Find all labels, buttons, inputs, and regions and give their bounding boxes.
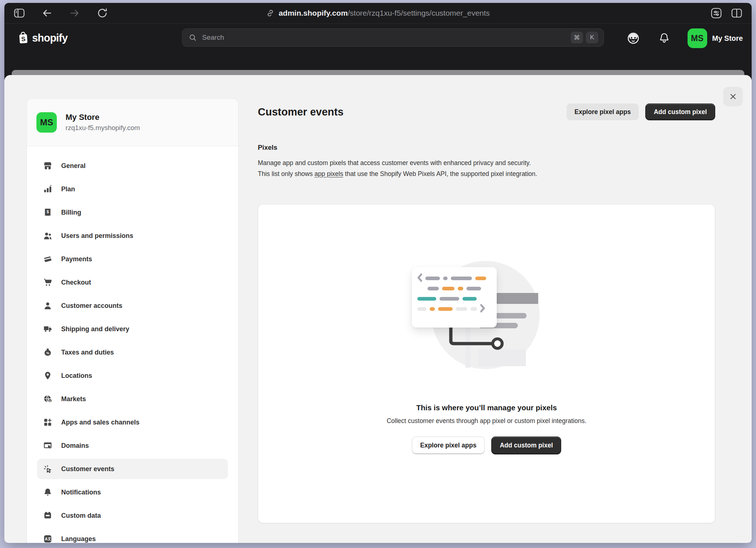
translate-icon: A [43,534,52,543]
sidebar-toggle-icon[interactable] [14,8,25,19]
sidebar-item-label: Custom data [61,512,101,520]
payments-icon [43,254,52,264]
sidebar-item-label: Plan [61,185,75,193]
person-icon [43,301,52,310]
shopify-wordmark: shopify [32,32,68,44]
store-avatar: MS [688,28,707,48]
url-path: /store/rzq1xu-f5/settings/customer_event… [348,9,490,17]
store-card: MS My Store rzq1xu-f5.myshopify.com [27,99,238,146]
settings-modal: MS My Store rzq1xu-f5.myshopify.com Gene… [4,75,752,543]
sidebar-item-locations[interactable]: Locations [37,365,228,386]
page-title: Customer events [258,106,343,118]
reload-icon[interactable] [97,8,108,19]
sidebar-item-billing[interactable]: $Billing [37,202,228,223]
billing-icon: $ [43,208,52,217]
sidebar-item-shipping-and-delivery[interactable]: Shipping and delivery [37,319,228,339]
empty-state-title: This is where you’ll manage your pixels [416,403,557,412]
search-input[interactable]: Search ⌘ K [182,28,604,47]
search-icon [188,33,197,42]
sidebar-item-apps-and-sales-channels[interactable]: Apps and sales channels [37,412,228,432]
svg-text:$: $ [49,400,51,403]
add-custom-pixel-button[interactable]: Add custom pixel [645,103,715,120]
sidebar-item-customer-events[interactable]: Customer events [37,459,228,479]
app-pixels-link[interactable]: app pixels [315,170,343,177]
url-host: admin.shopify.com [279,9,348,17]
sidebar-item-label: Customer events [61,465,114,473]
chevron-left-icon [417,273,422,282]
sidebar-item-label: Billing [61,209,81,216]
sidebar-item-label: Customer accounts [61,302,122,310]
close-icon [728,92,738,101]
sidebar-item-domains[interactable]: Domains [37,435,228,456]
sidebar-item-label: Markets [61,395,86,403]
sidebar-item-label: Locations [61,372,92,380]
truck-icon [43,324,52,334]
sidekick-assistant-icon[interactable] [626,31,641,46]
search-shortcut: ⌘ K [571,32,598,43]
search-placeholder: Search [202,34,566,42]
domains-icon [43,441,52,450]
pixels-illustration [410,258,563,379]
sidebar-item-markets[interactable]: $Markets [37,389,228,409]
store-card-domain: rzq1xu-f5.myshopify.com [66,124,140,132]
pixels-empty-card: This is where you’ll manage your pixels … [258,204,715,523]
shopify-bag-icon: S [17,31,29,44]
description-line2-post: that use the Shopify Web Pixels API, the… [343,170,537,177]
store-menu[interactable]: MS My Store [688,28,743,48]
svg-text:%: % [46,351,49,355]
sidebar-item-label: Checkout [61,279,91,286]
notifications-bell-icon[interactable] [657,31,672,46]
settings-nav: GeneralPlan$BillingUsers and permissions… [27,146,238,543]
add-custom-pixel-button-empty[interactable]: Add custom pixel [491,437,561,454]
sidebar-item-label: Notifications [61,489,101,496]
shopify-admin-header: S shopify Search ⌘ K [4,24,752,70]
settings-sidebar: MS My Store rzq1xu-f5.myshopify.com Gene… [27,98,239,543]
sidebar-item-payments[interactable]: Payments [37,249,228,269]
back-icon[interactable] [42,8,52,19]
pixels-section-title: Pixels [258,144,715,152]
page-settings-icon[interactable] [711,8,722,19]
sidebar-item-languages[interactable]: ALanguages [37,529,228,543]
close-button[interactable] [723,87,743,106]
pixels-description: Manage app and custom pixels that access… [258,157,715,179]
browser-toolbar: admin.shopify.com/store/rzq1xu-f5/settin… [4,3,752,24]
sidebar-item-label: Users and permissions [61,232,133,240]
sidebar-item-general[interactable]: General [37,156,228,176]
k-key: K [586,32,598,43]
money-bag-icon: % [43,348,52,357]
cmd-key: ⌘ [571,32,583,43]
sidebar-item-custom-data[interactable]: Custom data [37,505,228,526]
sidebar-item-taxes-and-duties[interactable]: %Taxes and duties [37,342,228,363]
users-icon [43,231,52,240]
explore-pixel-apps-button[interactable]: Explore pixel apps [567,103,639,120]
description-line1: Manage app and custom pixels that access… [258,159,531,167]
sidebar-item-customer-accounts[interactable]: Customer accounts [37,295,228,316]
empty-state-subtext: Collect customer events through app pixe… [387,417,587,425]
store-name-label: My Store [712,34,743,43]
sidebar-item-plan[interactable]: Plan [37,179,228,199]
sidebar-item-notifications[interactable]: Notifications [37,482,228,502]
store-card-name: My Store [66,113,140,122]
split-view-icon[interactable] [731,8,742,19]
shopify-logo[interactable]: S shopify [17,29,68,47]
forward-icon[interactable] [69,8,80,19]
sidebar-item-label: Payments [61,255,92,263]
code-snippet-card [412,267,497,328]
apps-icon [43,418,52,427]
sidebar-item-users-and-permissions[interactable]: Users and permissions [37,226,228,246]
sidebar-item-label: General [61,162,86,170]
sidebar-item-checkout[interactable]: Checkout [37,272,228,293]
explore-pixel-apps-button-empty[interactable]: Explore pixel apps [412,437,485,454]
browser-window: admin.shopify.com/store/rzq1xu-f5/settin… [4,3,752,543]
address-bar[interactable]: admin.shopify.com/store/rzq1xu-f5/settin… [266,9,490,17]
description-line2-pre: This list only shows [258,170,315,177]
chevron-right-icon [480,304,485,313]
plan-icon [43,184,52,194]
store-icon [43,161,52,171]
map-pin-icon [43,371,52,380]
settings-content: Customer events Explore pixel apps Add c… [258,75,715,523]
sidebar-item-label: Taxes and duties [61,349,114,356]
svg-text:$: $ [47,210,49,214]
globe-icon: $ [43,394,52,404]
cart-icon [43,278,52,287]
